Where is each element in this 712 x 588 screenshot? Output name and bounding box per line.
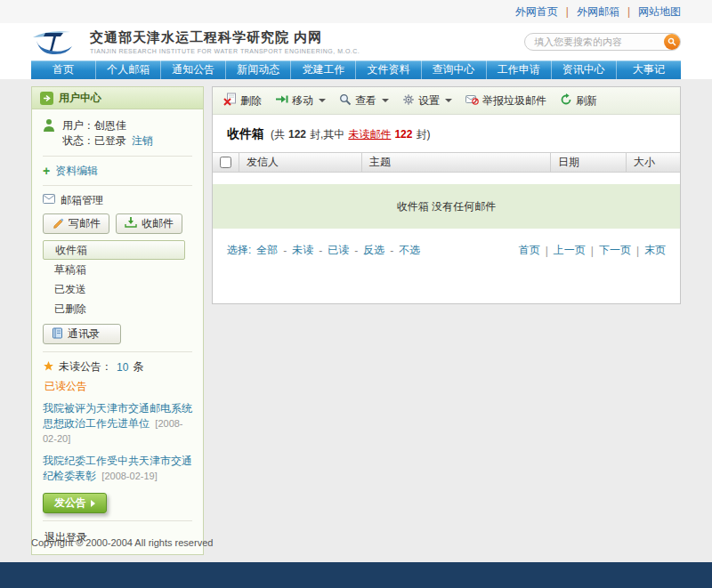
nav-item-work-apply[interactable]: 工作申请 <box>487 60 552 79</box>
nav-item-query-center[interactable]: 查询中心 <box>422 60 487 79</box>
divider <box>43 185 192 186</box>
read-announcements-link[interactable]: 已读公告 <box>44 379 87 394</box>
magnifier-icon <box>339 93 352 109</box>
select-read-link[interactable]: 已读 <box>328 243 349 258</box>
user-name: 创恩佳 <box>94 119 126 132</box>
status-value: 已登录 <box>94 134 126 147</box>
inbox-download-icon <box>125 216 137 231</box>
pagination-separator: | <box>636 245 639 257</box>
move-button[interactable]: 移动 <box>275 93 326 109</box>
user-info-block: 用户：创恩佳 状态：已登录注销 <box>43 117 192 149</box>
pagination-prev[interactable]: 上一页 <box>554 243 586 258</box>
pagination-last[interactable]: 末页 <box>644 243 666 258</box>
select-invert-link[interactable]: 反选 <box>363 243 384 258</box>
total-count: 122 <box>288 128 306 141</box>
nav-item-notices[interactable]: 通知公告 <box>161 60 226 79</box>
unread-count: 122 <box>394 128 412 141</box>
nav-item-memorabilia[interactable]: 大事记 <box>617 60 681 79</box>
divider <box>43 351 192 352</box>
settings-label: 设置 <box>418 93 440 109</box>
dash-separator: - <box>390 245 393 257</box>
folder-item-drafts[interactable]: 草稿箱 <box>43 260 192 279</box>
refresh-button[interactable]: 刷新 <box>560 93 597 109</box>
nav-item-news[interactable]: 新闻动态 <box>226 60 291 79</box>
logout-link[interactable]: 注销 <box>132 134 153 147</box>
nav-item-party-work[interactable]: 党建工作 <box>291 60 356 79</box>
view-label: 查看 <box>355 93 376 109</box>
top-link-extranet-mail[interactable]: 外网邮箱 <box>577 4 619 20</box>
pagination-separator: | <box>546 245 548 257</box>
announcements-header: 未读公告： 10 条 已读公告 <box>43 359 192 394</box>
unread-announcements-count[interactable]: 10 <box>117 361 128 374</box>
compose-mail-button[interactable]: 写邮件 <box>43 213 109 234</box>
top-link-sitemap[interactable]: 网站地图 <box>638 4 681 20</box>
selection-pagination-row: 选择: 全部 - 未读 - 已读 - 反选 - 不选 首页 | 上一页 | 下一… <box>213 229 680 258</box>
mail-section-label: 邮箱管理 <box>61 193 103 207</box>
search-icon <box>668 37 676 46</box>
nav-item-documents[interactable]: 文件资料 <box>356 60 421 79</box>
pagination-next[interactable]: 下一页 <box>599 243 631 258</box>
arrow-right-icon <box>40 92 53 105</box>
mail-table-header: 发信人 主题 日期 大小 <box>213 152 680 173</box>
profile-edit-row[interactable]: + 资料编辑 <box>43 164 192 178</box>
contacts-button[interactable]: 通讯录 <box>43 324 121 344</box>
select-all-checkbox[interactable] <box>220 157 231 168</box>
select-all-link[interactable]: 全部 <box>256 243 278 258</box>
top-links-bar: 外网首页 | 外网邮箱 | 网站地图 <box>0 0 712 23</box>
delete-label: 删除 <box>240 93 262 109</box>
nav-item-home[interactable]: 首页 <box>31 60 96 79</box>
copyright: Copyright © 2000-2004 All rights reserve… <box>31 537 213 548</box>
title-segment: 封,其中 <box>310 127 344 142</box>
report-spam-label: 举报垃圾邮件 <box>482 93 546 109</box>
unread-announcements-label: 未读公告： <box>59 359 112 375</box>
pencil-icon <box>52 216 64 231</box>
nav-item-personal-mail[interactable]: 个人邮箱 <box>96 60 161 79</box>
refresh-icon <box>560 93 572 109</box>
view-button[interactable]: 查看 <box>339 93 389 109</box>
column-header-size: 大小 <box>627 153 680 172</box>
profile-edit-link[interactable]: 资料编辑 <box>55 164 98 178</box>
search-button[interactable] <box>664 34 680 50</box>
star-icon <box>43 360 54 375</box>
folder-item-inbox[interactable]: 收件箱 <box>43 240 185 260</box>
receive-mail-button[interactable]: 收邮件 <box>116 213 182 234</box>
dash-separator: - <box>319 245 322 257</box>
chevron-down-icon <box>445 99 452 102</box>
empty-mailbox-message: 收件箱 没有任何邮件 <box>213 184 680 229</box>
site-subtitle: TIANJIN RESEARCH INSTITUTE FOR WATER TRA… <box>90 48 360 54</box>
column-header-date: 日期 <box>551 153 627 172</box>
refresh-label: 刷新 <box>576 93 597 109</box>
site-header: 交通部天津水运工程科学研究院 内网 TIANJIN RESEARCH INSTI… <box>0 23 712 60</box>
search-box <box>524 33 681 51</box>
top-link-extranet-home[interactable]: 外网首页 <box>515 4 558 20</box>
arrow-right-icon <box>91 500 95 507</box>
user-label: 用户： <box>62 119 94 132</box>
announcement-date: [2008-02-19] <box>101 471 157 481</box>
select-unread-link[interactable]: 未读 <box>292 243 313 258</box>
settings-button[interactable]: 设置 <box>402 93 452 109</box>
mailbox-title: 收件箱 (共 122 封,其中 未读邮件 122 封) <box>213 115 680 152</box>
divider <box>43 520 192 521</box>
folder-item-sent[interactable]: 已发送 <box>43 279 192 299</box>
plus-icon: + <box>43 165 50 176</box>
post-announcement-label: 发公告 <box>54 495 86 511</box>
search-input[interactable] <box>524 33 681 51</box>
compose-mail-label: 写邮件 <box>69 216 101 231</box>
nav-item-info-center[interactable]: 资讯中心 <box>552 60 617 79</box>
envelope-icon <box>43 193 55 207</box>
select-none-link[interactable]: 不选 <box>399 243 420 258</box>
contacts-label: 通讯录 <box>68 326 100 342</box>
column-header-sender: 发信人 <box>239 153 362 172</box>
chevron-down-icon <box>382 99 389 102</box>
move-icon <box>275 93 288 108</box>
report-spam-button[interactable]: 举报垃圾邮件 <box>465 93 546 109</box>
post-announcement-button[interactable]: 发公告 <box>43 493 107 513</box>
unread-mail-link[interactable]: 未读邮件 <box>348 127 391 142</box>
folder-item-deleted[interactable]: 已删除 <box>43 299 192 318</box>
delete-button[interactable]: 删除 <box>223 93 262 109</box>
sidebar-title: 用户中心 <box>59 91 101 106</box>
address-book-icon <box>52 327 63 342</box>
user-icon <box>43 118 55 135</box>
chevron-down-icon <box>319 99 326 102</box>
pagination-first[interactable]: 首页 <box>519 243 540 258</box>
